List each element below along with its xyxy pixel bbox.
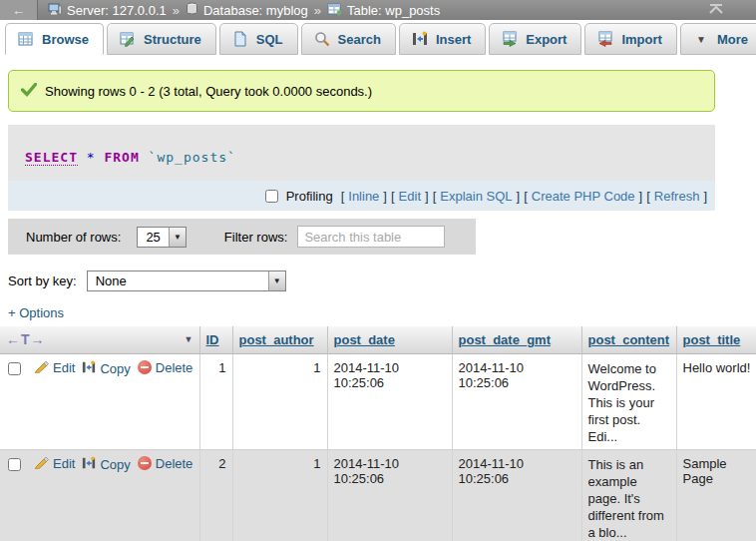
row-select-checkbox[interactable] [8,458,21,471]
breadcrumb-separator: » [173,3,180,18]
table-row: Edit Copy Delete 2 1 2014-11-10 10:25:06… [0,449,756,541]
edit-label: Edit [53,360,75,375]
options-toggle-link[interactable]: + Options [8,305,64,320]
insert-row-icon [412,31,428,47]
sql-file-icon [232,31,248,47]
rows-per-page-value: 25 [138,228,168,247]
copy-row-button[interactable]: Copy [82,360,130,377]
delete-icon [138,360,152,374]
edit-row-button[interactable]: Edit [34,360,75,376]
tab-structure[interactable]: Structure [107,23,216,55]
column-header-post-date: post_date [327,326,452,353]
sort-by-key-value: None [88,271,135,290]
collapse-topbar-icon[interactable] [708,3,724,18]
tab-browse-label: Browse [42,32,89,47]
browse-table-icon [18,31,34,47]
column-header-post-date-gmt-link[interactable]: post_date_gmt [459,332,551,347]
rows-per-page-select[interactable]: 25 ▼ [137,227,186,248]
column-header-post-date-link[interactable]: post_date [334,332,395,347]
bracket: [ [646,189,650,204]
chevron-down-icon: ▼ [693,31,709,47]
tab-sql[interactable]: SQL [219,23,298,55]
tab-browse[interactable]: Browse [5,23,104,55]
column-header-post-content: post_content [581,326,676,353]
tab-more-label: More [717,32,748,47]
column-header-post-content-link[interactable]: post_content [588,332,670,347]
tab-more[interactable]: ▼ More [680,23,756,55]
tab-insert[interactable]: Insert [399,23,486,55]
edit-row-button[interactable]: Edit [34,456,75,472]
rows-control-bar: Number of rows: 25 ▼ Filter rows: [8,219,476,255]
edit-label: Edit [53,456,75,471]
cell-post-date: 2014-11-10 10:25:06 [327,353,452,449]
tab-import[interactable]: Import [584,23,676,55]
tab-import-label: Import [621,32,661,47]
delete-row-button[interactable]: Delete [138,360,193,375]
tab-bar: Browse Structure SQL Search Insert Expor… [0,20,756,56]
copy-row-button[interactable]: Copy [82,456,130,473]
column-header-post-date-gmt: post_date_gmt [452,326,581,353]
breadcrumb-separator: » [314,3,321,18]
bracket: [ [433,189,437,204]
edit-query-link[interactable]: Edit [399,189,421,204]
cell-post-author: 1 [232,353,327,449]
cell-post-date-gmt: 2014-11-10 10:25:06 [452,449,581,541]
copy-icon [82,360,96,377]
breadcrumb-table[interactable]: Table: wp_posts [327,2,440,19]
column-order-control[interactable]: ←T→ [6,331,46,347]
database-icon [186,2,198,19]
create-php-code-link[interactable]: Create PHP Code [532,189,635,204]
copy-icon [82,456,96,473]
column-header-post-author-link[interactable]: post_author [239,332,314,347]
column-header-id-link[interactable]: ID [206,332,219,347]
pencil-icon [34,456,49,472]
delete-label: Delete [156,456,193,471]
breadcrumb-database[interactable]: Database: myblog [186,2,308,19]
delete-label: Delete [156,360,193,375]
back-arrow-icon: ← [12,3,25,18]
tab-sql-label: SQL [256,32,283,47]
search-icon [314,31,330,47]
results-table: ←T→ ▼ ID post_author post_date post_date… [0,326,756,541]
breadcrumb-database-label: Database: myblog [203,3,308,18]
tab-search[interactable]: Search [301,23,396,55]
status-message-text: Showing rows 0 - 2 (3 total, Query took … [45,84,372,99]
breadcrumb-server[interactable]: Server: 127.0.0.1 [48,2,167,19]
sql-keyword-select[interactable]: SELECT [25,150,78,166]
delete-icon [138,456,152,470]
sort-direction-icon[interactable]: ▼ [185,334,193,344]
status-message: Showing rows 0 - 2 (3 total, Query took … [8,70,715,112]
cell-post-date-gmt: 2014-11-10 10:25:06 [452,353,581,449]
explain-sql-link[interactable]: Explain SQL [440,189,512,204]
row-select-checkbox[interactable] [8,362,21,375]
number-of-rows-label: Number of rows: [26,230,121,245]
cell-post-content: This is an example page. It's different … [581,449,676,541]
sql-keyword-from: FROM [104,150,139,165]
table-filter-input[interactable] [297,226,445,248]
export-icon [502,31,518,47]
query-toolbar: Profiling [ Inline ] [ Edit ] [ Explain … [8,181,715,211]
column-header-post-author: post_author [232,326,327,353]
breadcrumb-table-label: Table: wp_posts [347,3,440,18]
import-icon [597,31,613,47]
column-header-post-title-link[interactable]: post_title [683,332,741,347]
filter-rows-label: Filter rows: [224,230,288,245]
inline-link[interactable]: Inline [348,189,379,204]
column-header-id: ID [199,326,232,353]
profiling-checkbox[interactable] [265,190,278,203]
refresh-link[interactable]: Refresh [654,189,700,204]
breadcrumb-server-label: Server: 127.0.0.1 [67,3,167,18]
cell-id: 1 [199,353,232,449]
table-row: Edit Copy Delete 1 1 2014-11-10 10:25:06… [0,353,756,449]
table-icon [327,2,342,19]
back-arrow-button[interactable]: ← [0,0,38,20]
tab-export[interactable]: Export [489,23,581,55]
cell-id: 2 [199,449,232,541]
bracket: [ [391,189,395,204]
actions-header: ←T→ ▼ [0,326,199,353]
sql-query: SELECT * FROM `wp_posts` [8,125,715,181]
chevron-down-icon: ▼ [169,228,186,247]
sort-by-key-select[interactable]: None ▼ [87,270,286,291]
cell-post-author: 1 [232,449,327,541]
delete-row-button[interactable]: Delete [138,456,193,471]
